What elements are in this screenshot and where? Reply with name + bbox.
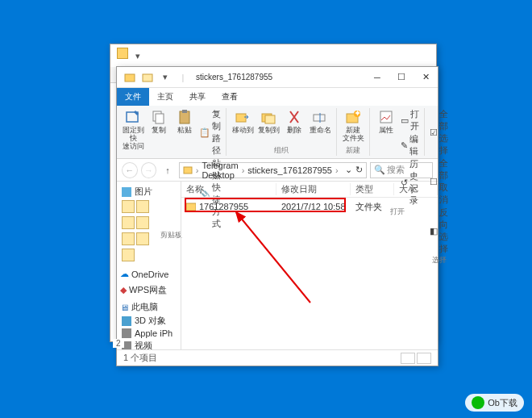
maximize-button[interactable]: ☐ — [389, 67, 414, 88]
edit-icon: ✎ — [401, 140, 408, 151]
moveto-icon — [234, 108, 251, 126]
qat-separator: | — [175, 69, 191, 86]
refresh-icon[interactable]: ↻ — [355, 165, 363, 175]
file-row[interactable]: 1761287955 2021/7/12 10:58 文件夹 — [181, 199, 438, 214]
sidebar-item-apple[interactable]: Apple iPh — [117, 328, 181, 339]
folder-icon[interactable] — [122, 216, 135, 229]
check-icon: ☑ — [430, 127, 438, 138]
copyto-button[interactable]: 复制到 — [257, 108, 280, 135]
sidebar-item-video[interactable]: 视频 — [117, 339, 181, 349]
rename-button[interactable]: 重命名 — [309, 108, 331, 135]
folder-icon — [122, 69, 138, 86]
bg-status: 2 — [113, 339, 124, 348]
tab-view[interactable]: 查看 — [214, 88, 246, 106]
view-icons-button[interactable] — [417, 353, 431, 364]
folder-icon[interactable] — [122, 200, 135, 213]
folder-icon[interactable] — [136, 232, 149, 245]
open-button[interactable]: ▭打开 — [401, 108, 419, 132]
titlebar: ▾ | stickers_1761287955 ─ ☐ ✕ — [117, 67, 438, 88]
window-title: stickers_1761287955 — [191, 73, 365, 82]
view-details-button[interactable] — [401, 353, 415, 364]
3d-icon — [122, 316, 131, 326]
col-date[interactable]: 修改日期 — [276, 183, 351, 195]
sidebar-item-3d[interactable]: 3D 对象 — [117, 314, 181, 328]
sidebar-wps[interactable]: ◆WPS网盘 — [117, 283, 181, 297]
svg-rect-6 — [182, 110, 187, 113]
folder-icon — [117, 48, 128, 59]
select-all-button[interactable]: ☑全部选择 — [430, 108, 448, 157]
group-new-label: 新建 — [346, 145, 360, 156]
copy-path-button[interactable]: 📋复制路径 — [199, 108, 221, 157]
newfolder-button[interactable]: ✦新建 文件夹 — [342, 108, 364, 143]
svg-rect-0 — [125, 74, 135, 82]
properties-icon — [377, 108, 395, 126]
tab-home[interactable]: 主页 — [149, 88, 181, 106]
explorer-window: ▾ | stickers_1761287955 ─ ☐ ✕ 文件 主页 共享 查… — [116, 66, 438, 366]
file-list-area: 名称 修改日期 类型 大小 1761287955 2021/7/12 10:58… — [181, 182, 438, 349]
svg-text:✦: ✦ — [354, 109, 361, 118]
pc-icon: 🖥 — [120, 303, 129, 312]
newfolder-icon: ✦ — [344, 108, 362, 126]
folder-icon — [183, 165, 193, 175]
sidebar-thispc[interactable]: 🖥此电脑 — [117, 300, 181, 314]
wps-icon: ◆ — [120, 285, 127, 295]
group-org-label: 组织 — [274, 145, 289, 156]
up-button[interactable]: ↑ — [160, 162, 176, 178]
folder-icon[interactable] — [136, 200, 149, 213]
breadcrumb-part[interactable]: Telegram Desktop — [202, 161, 238, 180]
breadcrumb-part[interactable]: stickers_1761287955 — [247, 165, 332, 175]
qat-button[interactable] — [139, 69, 156, 86]
file-date: 2021/7/12 10:58 — [276, 202, 351, 211]
sidebar-folder-thumbs — [117, 199, 181, 215]
search-input[interactable]: 🔍 搜索 — [370, 162, 433, 178]
minimize-button[interactable]: ─ — [365, 67, 389, 88]
file-type: 文件夹 — [351, 201, 394, 213]
folder-icon — [186, 202, 196, 211]
rename-icon — [311, 108, 329, 126]
close-button[interactable]: ✕ — [414, 67, 438, 88]
copy-button[interactable]: 复制 — [148, 108, 170, 135]
copy-icon — [150, 108, 168, 126]
sidebar-onedrive[interactable]: ☁OneDrive — [117, 268, 181, 280]
col-name[interactable]: 名称 — [181, 183, 276, 195]
cloud-icon: ☁ — [120, 269, 129, 279]
back-button[interactable]: ← — [122, 162, 138, 178]
edit-button[interactable]: ✎编辑 — [401, 133, 419, 157]
svg-rect-16 — [184, 167, 192, 173]
ribbon-tabs: 文件 主页 共享 查看 — [117, 88, 438, 106]
item-count: 1 个项目 — [123, 352, 157, 364]
folder-icon[interactable] — [136, 216, 149, 229]
paste-button[interactable]: 粘贴 — [173, 108, 196, 135]
svg-rect-15 — [380, 111, 392, 123]
folder-icon[interactable] — [122, 249, 135, 261]
nav-pane[interactable]: 图片 ☁OneDrive ◆WPS网盘 🖥此电脑 3D 对象 Apple iPh… — [117, 182, 181, 349]
open-icon: ▭ — [401, 115, 409, 126]
forward-button[interactable]: → — [141, 162, 157, 178]
qat-button[interactable]: ▾ — [130, 48, 146, 64]
pin-quickaccess-button[interactable]: 固定到快 速访问 — [122, 108, 144, 151]
delete-icon — [285, 108, 303, 126]
qat-dropdown[interactable]: ▾ — [157, 69, 173, 86]
dropdown-icon[interactable]: ⌄ — [345, 165, 352, 175]
file-name: 1761287955 — [199, 202, 248, 211]
breadcrumb[interactable]: › Telegram Desktop › stickers_1761287955… — [179, 162, 367, 178]
tab-file[interactable]: 文件 — [117, 88, 149, 106]
sidebar-item-pictures[interactable]: 图片 — [117, 185, 181, 199]
svg-line-18 — [236, 212, 310, 303]
moveto-button[interactable]: 移动到 — [231, 108, 254, 135]
col-size[interactable]: 大小 — [394, 183, 438, 195]
delete-button[interactable]: 删除 — [283, 108, 305, 135]
copyto-icon — [260, 108, 277, 126]
folder-icon[interactable] — [122, 232, 135, 245]
svg-rect-9 — [265, 115, 275, 123]
col-type[interactable]: 类型 — [351, 183, 394, 195]
svg-rect-17 — [186, 203, 196, 211]
file-list[interactable]: 1761287955 2021/7/12 10:58 文件夹 — [181, 198, 438, 349]
tab-share[interactable]: 共享 — [181, 88, 214, 106]
svg-rect-10 — [314, 115, 325, 121]
wechat-icon — [472, 396, 484, 409]
column-headers[interactable]: 名称 修改日期 类型 大小 — [181, 182, 438, 198]
status-bar: 1 个项目 — [117, 349, 438, 366]
properties-button[interactable]: 属性 — [375, 108, 397, 135]
svg-rect-1 — [143, 74, 152, 82]
